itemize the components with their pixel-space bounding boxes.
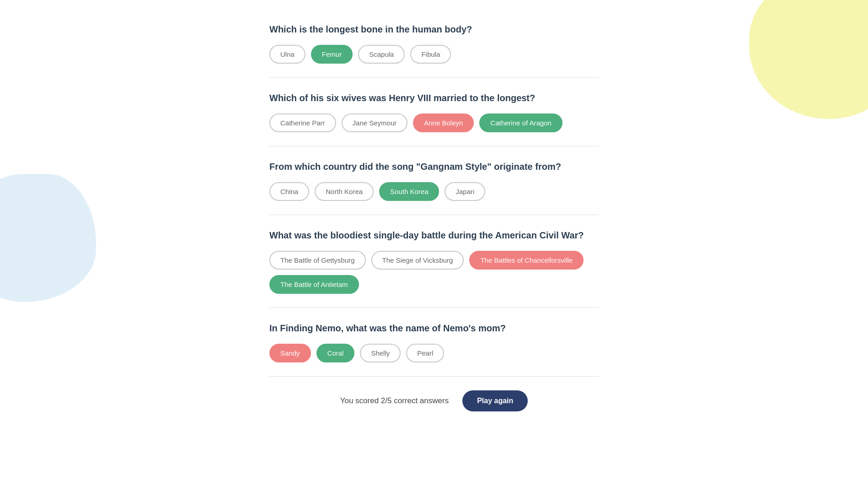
answer-btn-q1-a4[interactable]: Fibula (410, 45, 451, 64)
footer-bar: You scored 2/5 correct answers Play agai… (269, 377, 599, 421)
question-block-4: What was the bloodiest single-day battle… (269, 215, 599, 308)
answers-row-5: SandyCoralShellyPearl (269, 344, 599, 362)
answer-btn-q2-a4[interactable]: Catherine of Aragon (479, 113, 562, 132)
answers-row-4: The Battle of GettysburgThe Siege of Vic… (269, 251, 599, 294)
answer-btn-q4-a4[interactable]: The Battle of Antietam (269, 275, 359, 294)
score-text: You scored 2/5 correct answers (340, 396, 449, 405)
background-blob-blue (0, 174, 96, 302)
answer-btn-q5-a4[interactable]: Pearl (406, 344, 444, 362)
answers-row-3: ChinaNorth KoreaSouth KoreaJapan (269, 182, 599, 201)
answer-btn-q4-a1[interactable]: The Battle of Gettysburg (269, 251, 366, 270)
answer-btn-q3-a2[interactable]: North Korea (315, 182, 374, 201)
main-container: Which is the longest bone in the human b… (251, 0, 617, 439)
answers-row-1: UlnaFemurScapulaFibula (269, 45, 599, 64)
answer-btn-q1-a1[interactable]: Ulna (269, 45, 305, 64)
answer-btn-q2-a2[interactable]: Jane Seymour (342, 113, 408, 132)
question-text-5: In Finding Nemo, what was the name of Ne… (269, 322, 599, 335)
questions-container: Which is the longest bone in the human b… (269, 9, 599, 377)
question-text-3: From which country did the song "Gangnam… (269, 160, 599, 173)
answer-btn-q1-a2[interactable]: Femur (311, 45, 353, 64)
answer-btn-q3-a3[interactable]: South Korea (379, 182, 439, 201)
question-text-4: What was the bloodiest single-day battle… (269, 229, 599, 242)
answer-btn-q4-a2[interactable]: The Siege of Vicksburg (371, 251, 464, 270)
answer-btn-q1-a3[interactable]: Scapula (358, 45, 405, 64)
answer-btn-q5-a2[interactable]: Coral (316, 344, 355, 362)
question-block-1: Which is the longest bone in the human b… (269, 9, 599, 78)
question-block-2: Which of his six wives was Henry VIII ma… (269, 78, 599, 146)
background-blob-yellow (749, 0, 868, 119)
answer-btn-q2-a3[interactable]: Anne Boleyn (413, 113, 474, 132)
answer-btn-q5-a3[interactable]: Shelly (360, 344, 401, 362)
answer-btn-q4-a3[interactable]: The Battles of Chancellorsville (469, 251, 584, 270)
question-text-1: Which is the longest bone in the human b… (269, 23, 599, 36)
answer-btn-q5-a1[interactable]: Sandy (269, 344, 311, 362)
answers-row-2: Catherine ParrJane SeymourAnne BoleynCat… (269, 113, 599, 132)
answer-btn-q2-a1[interactable]: Catherine Parr (269, 113, 336, 132)
answer-btn-q3-a1[interactable]: China (269, 182, 309, 201)
question-block-5: In Finding Nemo, what was the name of Ne… (269, 308, 599, 377)
question-text-2: Which of his six wives was Henry VIII ma… (269, 92, 599, 104)
question-block-3: From which country did the song "Gangnam… (269, 146, 599, 215)
answer-btn-q3-a4[interactable]: Japan (445, 182, 485, 201)
play-again-button[interactable]: Play again (462, 390, 528, 411)
